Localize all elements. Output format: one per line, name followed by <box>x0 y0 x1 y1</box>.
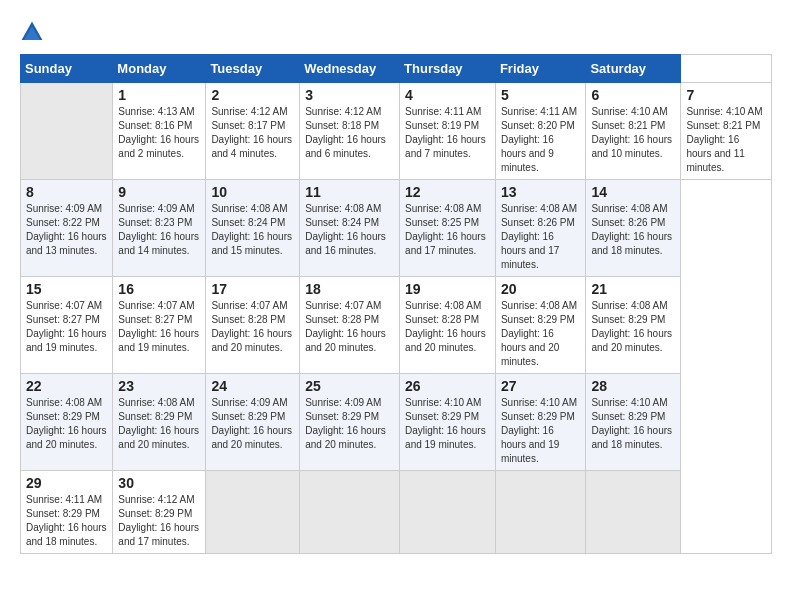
day-info: Sunrise: 4:09 AMSunset: 8:29 PMDaylight:… <box>211 397 292 450</box>
day-number: 5 <box>501 87 581 103</box>
weekday-header-saturday: Saturday <box>586 55 681 83</box>
day-number: 25 <box>305 378 394 394</box>
day-info: Sunrise: 4:13 AMSunset: 8:16 PMDaylight:… <box>118 106 199 159</box>
day-number: 22 <box>26 378 107 394</box>
calendar-cell: 13 Sunrise: 4:08 AMSunset: 8:26 PMDaylig… <box>495 180 586 277</box>
day-info: Sunrise: 4:08 AMSunset: 8:29 PMDaylight:… <box>501 300 577 367</box>
day-number: 24 <box>211 378 294 394</box>
day-number: 7 <box>686 87 766 103</box>
day-info: Sunrise: 4:08 AMSunset: 8:28 PMDaylight:… <box>405 300 486 353</box>
day-number: 6 <box>591 87 675 103</box>
calendar-cell: 22 Sunrise: 4:08 AMSunset: 8:29 PMDaylig… <box>21 374 113 471</box>
day-number: 17 <box>211 281 294 297</box>
calendar-cell: 29 Sunrise: 4:11 AMSunset: 8:29 PMDaylig… <box>21 471 113 554</box>
week-row-4: 22 Sunrise: 4:08 AMSunset: 8:29 PMDaylig… <box>21 374 772 471</box>
calendar-cell <box>21 83 113 180</box>
day-info: Sunrise: 4:11 AMSunset: 8:19 PMDaylight:… <box>405 106 486 159</box>
day-info: Sunrise: 4:10 AMSunset: 8:29 PMDaylight:… <box>501 397 577 464</box>
day-number: 21 <box>591 281 675 297</box>
day-info: Sunrise: 4:08 AMSunset: 8:29 PMDaylight:… <box>118 397 199 450</box>
weekday-header-friday: Friday <box>495 55 586 83</box>
day-info: Sunrise: 4:09 AMSunset: 8:22 PMDaylight:… <box>26 203 107 256</box>
calendar-cell: 26 Sunrise: 4:10 AMSunset: 8:29 PMDaylig… <box>400 374 496 471</box>
calendar-cell: 4 Sunrise: 4:11 AMSunset: 8:19 PMDayligh… <box>400 83 496 180</box>
day-info: Sunrise: 4:08 AMSunset: 8:29 PMDaylight:… <box>591 300 672 353</box>
calendar-cell: 27 Sunrise: 4:10 AMSunset: 8:29 PMDaylig… <box>495 374 586 471</box>
weekday-header-wednesday: Wednesday <box>300 55 400 83</box>
day-number: 4 <box>405 87 490 103</box>
calendar-cell: 19 Sunrise: 4:08 AMSunset: 8:28 PMDaylig… <box>400 277 496 374</box>
weekday-header-tuesday: Tuesday <box>206 55 300 83</box>
week-row-5: 29 Sunrise: 4:11 AMSunset: 8:29 PMDaylig… <box>21 471 772 554</box>
day-number: 18 <box>305 281 394 297</box>
day-info: Sunrise: 4:08 AMSunset: 8:24 PMDaylight:… <box>305 203 386 256</box>
weekday-header-row: SundayMondayTuesdayWednesdayThursdayFrid… <box>21 55 772 83</box>
weekday-header-sunday: Sunday <box>21 55 113 83</box>
day-info: Sunrise: 4:08 AMSunset: 8:24 PMDaylight:… <box>211 203 292 256</box>
logo-icon <box>20 20 44 44</box>
day-number: 23 <box>118 378 200 394</box>
calendar-cell: 21 Sunrise: 4:08 AMSunset: 8:29 PMDaylig… <box>586 277 681 374</box>
week-row-1: 1 Sunrise: 4:13 AMSunset: 8:16 PMDayligh… <box>21 83 772 180</box>
day-info: Sunrise: 4:12 AMSunset: 8:17 PMDaylight:… <box>211 106 292 159</box>
day-number: 3 <box>305 87 394 103</box>
calendar-cell: 11 Sunrise: 4:08 AMSunset: 8:24 PMDaylig… <box>300 180 400 277</box>
day-info: Sunrise: 4:10 AMSunset: 8:29 PMDaylight:… <box>405 397 486 450</box>
calendar-cell: 24 Sunrise: 4:09 AMSunset: 8:29 PMDaylig… <box>206 374 300 471</box>
day-number: 1 <box>118 87 200 103</box>
day-info: Sunrise: 4:10 AMSunset: 8:29 PMDaylight:… <box>591 397 672 450</box>
calendar-cell <box>400 471 496 554</box>
calendar-cell: 16 Sunrise: 4:07 AMSunset: 8:27 PMDaylig… <box>113 277 206 374</box>
weekday-header-monday: Monday <box>113 55 206 83</box>
calendar-cell: 18 Sunrise: 4:07 AMSunset: 8:28 PMDaylig… <box>300 277 400 374</box>
calendar-cell: 6 Sunrise: 4:10 AMSunset: 8:21 PMDayligh… <box>586 83 681 180</box>
weekday-header-thursday: Thursday <box>400 55 496 83</box>
day-info: Sunrise: 4:07 AMSunset: 8:27 PMDaylight:… <box>26 300 107 353</box>
day-info: Sunrise: 4:08 AMSunset: 8:25 PMDaylight:… <box>405 203 486 256</box>
page-header <box>20 20 772 44</box>
day-number: 8 <box>26 184 107 200</box>
calendar-cell <box>495 471 586 554</box>
calendar-cell: 8 Sunrise: 4:09 AMSunset: 8:22 PMDayligh… <box>21 180 113 277</box>
calendar-cell <box>300 471 400 554</box>
day-info: Sunrise: 4:10 AMSunset: 8:21 PMDaylight:… <box>591 106 672 159</box>
day-info: Sunrise: 4:07 AMSunset: 8:28 PMDaylight:… <box>211 300 292 353</box>
day-number: 30 <box>118 475 200 491</box>
day-number: 12 <box>405 184 490 200</box>
day-number: 9 <box>118 184 200 200</box>
calendar-cell: 15 Sunrise: 4:07 AMSunset: 8:27 PMDaylig… <box>21 277 113 374</box>
calendar-cell: 10 Sunrise: 4:08 AMSunset: 8:24 PMDaylig… <box>206 180 300 277</box>
day-number: 2 <box>211 87 294 103</box>
calendar-cell: 2 Sunrise: 4:12 AMSunset: 8:17 PMDayligh… <box>206 83 300 180</box>
day-number: 15 <box>26 281 107 297</box>
calendar-cell: 9 Sunrise: 4:09 AMSunset: 8:23 PMDayligh… <box>113 180 206 277</box>
day-number: 14 <box>591 184 675 200</box>
day-info: Sunrise: 4:07 AMSunset: 8:28 PMDaylight:… <box>305 300 386 353</box>
logo <box>20 20 48 44</box>
day-info: Sunrise: 4:12 AMSunset: 8:18 PMDaylight:… <box>305 106 386 159</box>
day-info: Sunrise: 4:09 AMSunset: 8:23 PMDaylight:… <box>118 203 199 256</box>
calendar-cell: 5 Sunrise: 4:11 AMSunset: 8:20 PMDayligh… <box>495 83 586 180</box>
day-number: 28 <box>591 378 675 394</box>
day-info: Sunrise: 4:08 AMSunset: 8:26 PMDaylight:… <box>591 203 672 256</box>
calendar-cell <box>206 471 300 554</box>
calendar-cell: 1 Sunrise: 4:13 AMSunset: 8:16 PMDayligh… <box>113 83 206 180</box>
day-info: Sunrise: 4:07 AMSunset: 8:27 PMDaylight:… <box>118 300 199 353</box>
calendar-cell: 12 Sunrise: 4:08 AMSunset: 8:25 PMDaylig… <box>400 180 496 277</box>
day-info: Sunrise: 4:08 AMSunset: 8:26 PMDaylight:… <box>501 203 577 270</box>
day-info: Sunrise: 4:08 AMSunset: 8:29 PMDaylight:… <box>26 397 107 450</box>
calendar-cell: 25 Sunrise: 4:09 AMSunset: 8:29 PMDaylig… <box>300 374 400 471</box>
day-number: 16 <box>118 281 200 297</box>
calendar-cell: 7 Sunrise: 4:10 AMSunset: 8:21 PMDayligh… <box>681 83 772 180</box>
day-number: 11 <box>305 184 394 200</box>
day-number: 27 <box>501 378 581 394</box>
calendar-cell: 17 Sunrise: 4:07 AMSunset: 8:28 PMDaylig… <box>206 277 300 374</box>
calendar-table: SundayMondayTuesdayWednesdayThursdayFrid… <box>20 54 772 554</box>
day-info: Sunrise: 4:10 AMSunset: 8:21 PMDaylight:… <box>686 106 762 173</box>
day-info: Sunrise: 4:11 AMSunset: 8:29 PMDaylight:… <box>26 494 107 547</box>
calendar-cell <box>586 471 681 554</box>
day-info: Sunrise: 4:09 AMSunset: 8:29 PMDaylight:… <box>305 397 386 450</box>
week-row-3: 15 Sunrise: 4:07 AMSunset: 8:27 PMDaylig… <box>21 277 772 374</box>
week-row-2: 8 Sunrise: 4:09 AMSunset: 8:22 PMDayligh… <box>21 180 772 277</box>
day-number: 13 <box>501 184 581 200</box>
